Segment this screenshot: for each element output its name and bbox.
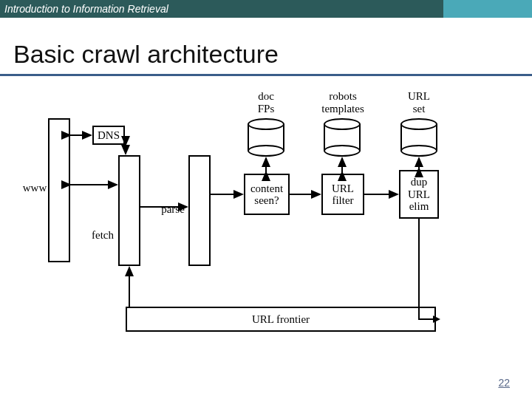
header-accent xyxy=(443,0,532,18)
box-dns: DNS xyxy=(92,126,125,145)
diagram: www DNS fetch parse content seen? URL fi… xyxy=(22,89,510,355)
label-url-frontier: URL frontier xyxy=(252,313,310,326)
label-fetch: fetch xyxy=(89,229,116,242)
label-www: www xyxy=(22,182,47,194)
slide-title: Basic crawl architecture xyxy=(13,40,279,69)
label-robots-templates: robots templates xyxy=(314,90,372,115)
label-dns: DNS xyxy=(98,129,120,142)
box-url-frontier: URL frontier xyxy=(126,307,436,332)
box-url-filter: URL filter xyxy=(321,174,364,215)
course-title: Introduction to Information Retrieval xyxy=(0,3,168,15)
slide-header: Introduction to Information Retrieval xyxy=(0,0,532,18)
label-doc-fps: doc FPs xyxy=(245,90,287,115)
title-underline xyxy=(0,74,532,76)
label-dup-url-elim: dup URL elim xyxy=(408,176,430,213)
box-parse-slot xyxy=(188,155,211,266)
box-content-seen: content seen? xyxy=(244,174,290,215)
label-parse: parse xyxy=(158,203,188,216)
box-fetch-slot xyxy=(118,155,140,266)
label-url-set: URL set xyxy=(399,90,439,115)
store-robots-templates xyxy=(324,118,361,157)
box-dup-url-elim: dup URL elim xyxy=(399,170,439,219)
page-number: 22 xyxy=(498,377,510,389)
box-www-slot xyxy=(48,118,70,262)
store-url-set xyxy=(400,118,437,157)
label-url-filter: URL filter xyxy=(332,183,354,207)
label-content-seen: content seen? xyxy=(250,183,283,207)
store-doc-fps xyxy=(248,118,284,157)
